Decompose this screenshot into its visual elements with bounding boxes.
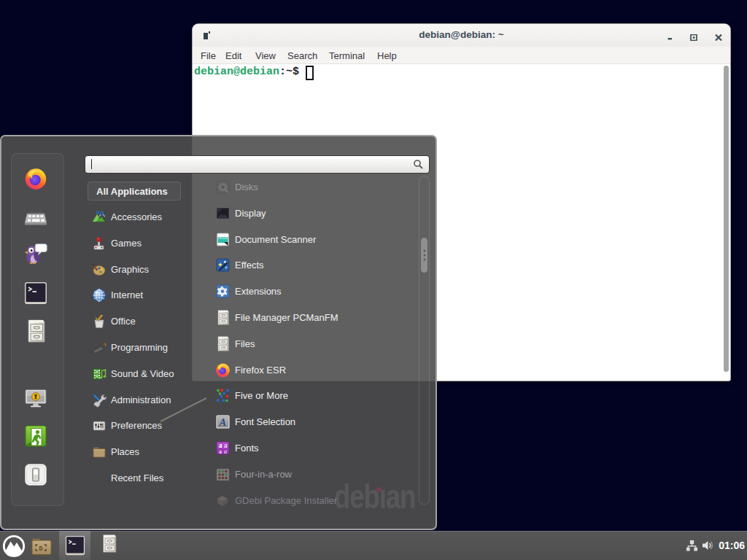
svg-text:a: a <box>224 448 227 455</box>
svg-text:D: D <box>39 545 43 553</box>
svg-text:a: a <box>219 448 222 455</box>
